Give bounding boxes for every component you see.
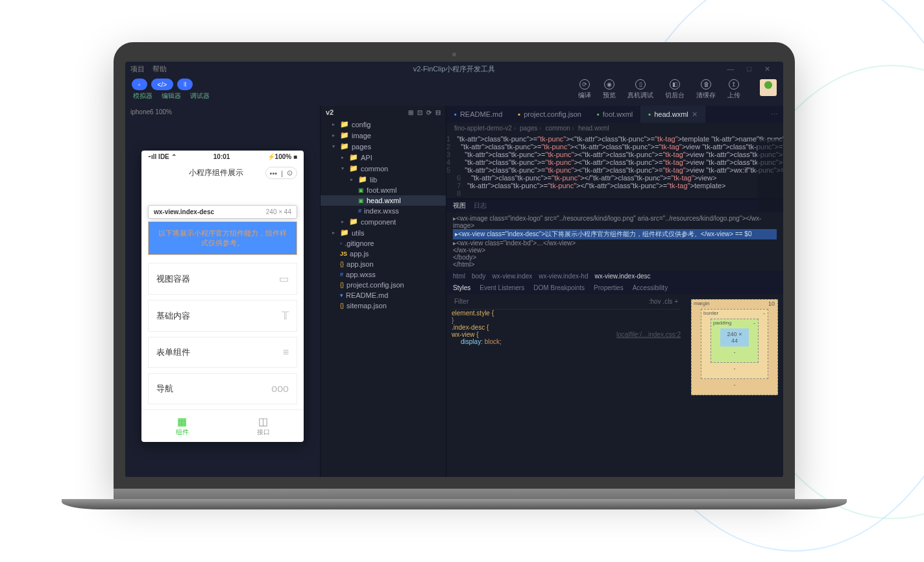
file-type-icon: ▪ [454, 110, 457, 118]
list-item[interactable]: 导航ooo [148, 373, 297, 404]
phone-tabbar: ▦组件 ◫接口 [141, 409, 304, 442]
avatar[interactable] [760, 79, 777, 96]
styles-tab[interactable]: Styles [453, 284, 470, 291]
capsule-close-icon[interactable]: ⊙ [287, 169, 293, 177]
tree-node[interactable]: {}project.config.json [321, 280, 446, 290]
styles-tab[interactable]: DOM Breakpoints [533, 284, 585, 291]
grid-icon: ▦ [141, 415, 223, 428]
file-type-icon: ▪ [648, 110, 651, 118]
styles-tab[interactable]: Event Listeners [480, 284, 524, 291]
phone-icon: ▯ [635, 79, 646, 90]
editor-tab[interactable]: ▪project.config.json [510, 106, 589, 123]
code-editor[interactable]: 1"tk-attr">class"tk-punc">="tk-punc"><"t… [446, 134, 783, 199]
editor-tabs: ▪README.md▪project.config.json▪foot.wxml… [446, 106, 783, 123]
tab-component[interactable]: ▦组件 [141, 410, 223, 442]
tree-node[interactable]: {}sitemap.json [321, 300, 446, 311]
minimize-icon[interactable]: — [727, 65, 734, 73]
tree-root[interactable]: v2 [326, 108, 334, 116]
devtools: 视图 日志 ▸<wx-image class="index-logo" src=… [446, 199, 783, 477]
styles-panel[interactable]: Filter :hov .cls + element.style {}.inde… [446, 294, 686, 477]
tree-node[interactable]: JSapp.js [321, 249, 446, 259]
close-icon[interactable]: ✕ [764, 65, 770, 73]
styles-tab[interactable]: Accessibility [633, 284, 668, 291]
capsule-more-icon[interactable]: ••• [270, 169, 278, 177]
menu-project[interactable]: 项目 [130, 64, 145, 74]
capsule-button[interactable]: •••|⊙ [265, 167, 297, 179]
mode-simulator-pill[interactable]: ▫ [132, 79, 147, 90]
dom-path-seg[interactable]: html [453, 273, 465, 280]
devtab-console[interactable]: 日志 [474, 201, 487, 210]
box-model: margin10 border- padding- 240 × 44 - - - [686, 294, 783, 477]
styles-filter-input[interactable]: Filter [454, 298, 468, 305]
tree-node[interactable]: ▫.gitignore [321, 238, 446, 249]
editor-tab[interactable]: ▪README.md [446, 106, 510, 123]
mode-debugger-label: 调试器 [190, 92, 210, 101]
dom-path-seg[interactable]: wx-view.index-hd [539, 273, 588, 280]
laptop-frame: 项目 帮助 v2-FinClip小程序开发工具 — □ ✕ ▫ </> ⫴ 模拟… [114, 42, 795, 504]
tree-node[interactable]: ▾📁common [321, 163, 446, 174]
collapse-icon[interactable]: ⊟ [435, 109, 441, 116]
editor-tab[interactable]: ▪foot.wxml [589, 106, 640, 123]
mode-editor-pill[interactable]: </> [151, 79, 173, 90]
tree-node[interactable]: ▸📁image [321, 130, 446, 141]
tab-api[interactable]: ◫接口 [223, 410, 304, 442]
compile-icon: ⟳ [579, 79, 590, 90]
minimap[interactable] [757, 140, 783, 211]
tree-node[interactable]: #index.wxss [321, 206, 446, 216]
tree-node[interactable]: ▸📁component [321, 216, 446, 227]
mode-editor-label: 编辑器 [162, 92, 181, 101]
styles-filter-controls[interactable]: :hov .cls + [649, 298, 678, 305]
crumb[interactable]: common [545, 125, 574, 132]
crumb[interactable]: head.wxml [578, 125, 609, 132]
refresh-icon[interactable]: ⟳ [426, 109, 432, 116]
preview-button[interactable]: ◉预览 [603, 79, 616, 100]
list-item[interactable]: 表单组件≡ [148, 337, 297, 368]
dom-path-seg[interactable]: wx-view.index-desc [594, 273, 650, 280]
toolbar: ▫ </> ⫴ 模拟器 编辑器 调试器 ⟳编译 ◉预览 ▯真机调试 ◧切后台 🗑… [125, 76, 783, 106]
mode-debugger-pill[interactable]: ⫴ [177, 79, 193, 90]
remote-debug-button[interactable]: ▯真机调试 [627, 79, 653, 100]
breadcrumb[interactable]: fino-applet-demo-v2pagescommonhead.wxml [446, 123, 783, 134]
menubar: 项目 帮助 v2-FinClip小程序开发工具 — □ ✕ [125, 62, 783, 76]
tree-node[interactable]: ▸📁utils [321, 227, 446, 238]
dom-path-seg[interactable]: wx-view.index [492, 273, 533, 280]
tree-node[interactable]: ▸📁config [321, 119, 446, 130]
compile-button[interactable]: ⟳编译 [578, 79, 591, 100]
item-icon: 𝕋 [282, 310, 289, 322]
list-item[interactable]: 基础内容𝕋 [148, 300, 297, 332]
editor-tab[interactable]: ▪head.wxml✕ [640, 106, 705, 123]
device-info[interactable]: iphone6 100% [125, 106, 320, 118]
background-button[interactable]: ◧切后台 [665, 79, 685, 100]
highlighted-element[interactable]: 以下将展示小程序官方组件能力，组件样式仅供参考。 [148, 221, 297, 255]
tree-node[interactable]: ▸📁lib [321, 174, 446, 185]
upload-button[interactable]: ↥上传 [727, 79, 740, 100]
tree-node[interactable]: ▾README.md [321, 290, 446, 300]
close-tab-icon[interactable]: ✕ [692, 110, 698, 119]
maximize-icon[interactable]: □ [747, 65, 751, 73]
file-explorer: v2 ⊞ ⊡ ⟳ ⊟ ▸📁config▸📁image▾📁pages▸📁API▾📁… [320, 106, 446, 477]
dom-tree[interactable]: ▸<wx-image class="index-logo" src="../re… [446, 212, 783, 271]
styles-tab[interactable]: Properties [594, 284, 624, 291]
tree-node[interactable]: ▣head.wxml [321, 195, 446, 206]
tree-node[interactable]: #app.wxss [321, 269, 446, 280]
menu-help[interactable]: 帮助 [152, 64, 167, 74]
item-icon: ooo [271, 383, 289, 395]
phone-statusbar: ⁃ıll IDE ⌃ 10:01 ⚡100% ■ [141, 151, 304, 163]
tree-node[interactable]: ▾📁pages [321, 141, 446, 152]
dom-path[interactable]: htmlbodywx-view.indexwx-view.index-hdwx-… [446, 271, 783, 282]
dom-path-seg[interactable]: body [472, 273, 486, 280]
new-file-icon[interactable]: ⊞ [408, 109, 413, 116]
tabs-overflow-icon[interactable]: ⋯ [766, 110, 783, 119]
tree-node[interactable]: ▸📁API [321, 152, 446, 163]
clear-cache-button[interactable]: 🗑清缓存 [696, 79, 716, 100]
page-title: 小程序组件展示 [167, 167, 265, 178]
devtab-wxml[interactable]: 视图 [453, 201, 466, 210]
eye-icon: ◉ [604, 79, 614, 90]
tree-node[interactable]: ▣foot.wxml [321, 185, 446, 195]
crumb[interactable]: fino-applet-demo-v2 [454, 125, 516, 132]
list-item[interactable]: 视图容器▭ [148, 263, 297, 295]
crumb[interactable]: pages [520, 125, 541, 132]
new-folder-icon[interactable]: ⊡ [417, 109, 422, 116]
laptop-base [114, 489, 795, 504]
tree-node[interactable]: {}app.json [321, 259, 446, 269]
